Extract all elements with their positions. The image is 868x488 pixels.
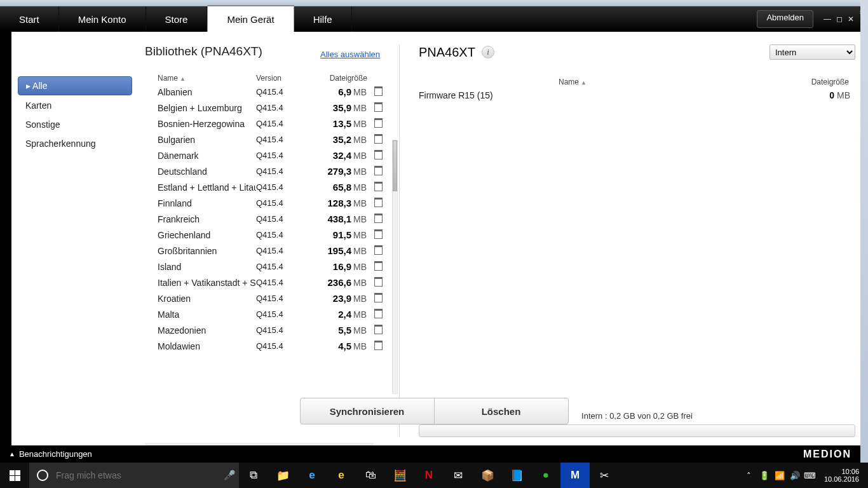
library-header-version[interactable]: Version xyxy=(256,74,301,83)
device-header-name[interactable]: Name▲ xyxy=(559,78,587,86)
library-row[interactable]: FrankreichQ415.4438,1MB xyxy=(145,211,399,227)
library-row[interactable]: MaltaQ415.42,4MB xyxy=(145,306,399,322)
action-button-group: Synchronisieren Löschen xyxy=(300,398,569,424)
device-header-size[interactable]: Dateigröße xyxy=(811,78,849,86)
trash-icon[interactable] xyxy=(370,309,386,320)
sidebar-item-karten[interactable]: Karten xyxy=(18,97,132,114)
library-row[interactable]: GriechenlandQ415.491,5MB xyxy=(145,227,399,243)
tray-clock[interactable]: 10:06 10.06.2016 xyxy=(818,468,865,483)
row-version: Q415.4 xyxy=(256,135,301,144)
row-size: 32,4 xyxy=(301,150,351,161)
select-all-link[interactable]: Alles auswählen xyxy=(320,50,380,59)
library-row[interactable]: FinnlandQ415.4128,3MB xyxy=(145,195,399,211)
sync-button[interactable]: Synchronisieren xyxy=(301,398,434,424)
search-input[interactable] xyxy=(56,470,220,480)
logout-button[interactable]: Abmelden xyxy=(757,10,813,28)
netflix-icon[interactable]: N xyxy=(414,463,444,488)
notification-bar[interactable]: ▲ Benachrichtigungen MEDION xyxy=(0,445,860,463)
green-app-icon[interactable]: ● xyxy=(531,463,560,488)
calculator-icon[interactable]: 🧮 xyxy=(385,463,414,488)
row-version: Q415.4 xyxy=(256,230,301,240)
trash-icon[interactable] xyxy=(370,118,386,130)
cortana-search[interactable]: 🎤 xyxy=(29,463,239,488)
ebook-icon[interactable]: 📘 xyxy=(502,463,531,488)
window-close-icon[interactable]: ✕ xyxy=(848,15,854,24)
start-button[interactable] xyxy=(0,463,29,488)
trash-icon[interactable] xyxy=(370,293,386,304)
file-explorer-icon[interactable]: 📁 xyxy=(268,463,297,488)
library-row[interactable]: AlbanienQ415.46,9MB xyxy=(145,84,399,100)
trash-icon[interactable] xyxy=(370,261,386,273)
sidebar-item-spracherkennung[interactable]: Spracherkennung xyxy=(18,135,132,152)
trash-icon[interactable] xyxy=(370,229,386,241)
nav-tab-mein-konto[interactable]: Mein Konto xyxy=(59,6,146,32)
info-icon[interactable]: i xyxy=(482,46,494,58)
trash-icon[interactable] xyxy=(370,325,386,336)
trash-icon[interactable] xyxy=(370,245,386,257)
row-size: 438,1 xyxy=(301,214,351,224)
row-size: 5,5 xyxy=(301,325,351,336)
library-row[interactable]: DeutschlandQ415.4279,3MB xyxy=(145,163,399,179)
task-view-icon[interactable]: ⧉ xyxy=(239,463,268,488)
trash-icon[interactable] xyxy=(370,102,386,114)
library-vertical-scrollbar[interactable] xyxy=(392,140,398,394)
tray-volume-icon[interactable]: 🔊 xyxy=(787,471,803,480)
library-row[interactable]: Belgien + LuxemburgQ415.435,9MB xyxy=(145,100,399,116)
row-size: 279,3 xyxy=(301,166,351,177)
nav-tab-mein-gerät[interactable]: Mein Gerät xyxy=(207,5,294,32)
library-row[interactable]: DänemarkQ415.432,4MB xyxy=(145,147,399,163)
delete-button[interactable]: Löschen xyxy=(435,398,568,424)
snipping-tool-icon[interactable]: ✂ xyxy=(590,463,619,488)
row-name: Deutschland xyxy=(158,166,256,177)
row-unit: MB xyxy=(351,135,370,145)
row-name: Kroatien xyxy=(158,294,256,304)
library-row[interactable]: KroatienQ415.423,9MB xyxy=(145,290,399,306)
library-row[interactable]: Italien + Vatikanstadt + SaQ415.4236,6MB xyxy=(145,274,399,290)
scrollbar-thumb[interactable] xyxy=(393,140,397,191)
drive-select[interactable]: Intern xyxy=(770,44,855,60)
library-header-name[interactable]: Name▲ xyxy=(158,74,256,83)
row-size: 16,9 xyxy=(301,261,351,272)
tray-chevron-up-icon[interactable]: ˄ xyxy=(742,471,757,480)
window-maximize-icon[interactable]: ◻ xyxy=(836,15,843,24)
trash-icon[interactable] xyxy=(370,214,386,225)
row-size: 2,4 xyxy=(301,309,351,320)
medion-app-icon[interactable]: M xyxy=(560,463,590,488)
library-row[interactable]: MoldawienQ415.44,5MB xyxy=(145,338,399,354)
mail-icon[interactable]: ✉ xyxy=(444,463,473,488)
ie-browser-icon[interactable]: e xyxy=(327,463,356,488)
library-row[interactable]: MazedonienQ415.45,5MB xyxy=(145,322,399,338)
archive-icon[interactable]: 📦 xyxy=(473,463,502,488)
sidebar-item-sonstige[interactable]: Sonstige xyxy=(18,116,132,133)
row-name: Bulgarien xyxy=(158,135,256,145)
library-row[interactable]: Bosnien-HerzegowinaQ415.413,5MB xyxy=(145,116,399,132)
device-row[interactable]: Firmware R15 (15)0MB xyxy=(419,90,855,100)
nav-tab-start[interactable]: Start xyxy=(0,6,59,32)
trash-icon[interactable] xyxy=(370,86,386,98)
sidebar-item-alle[interactable]: ▸ Alle xyxy=(18,76,132,95)
row-version: Q415.4 xyxy=(256,198,301,208)
library-row[interactable]: GroßbritannienQ415.4195,4MB xyxy=(145,243,399,259)
tray-wifi-icon[interactable]: 📶 xyxy=(772,471,787,480)
trash-icon[interactable] xyxy=(370,150,386,161)
tray-battery-icon[interactable]: 🔋 xyxy=(757,471,772,480)
nav-tab-store[interactable]: Store xyxy=(146,6,208,32)
trash-icon[interactable] xyxy=(370,198,386,209)
trash-icon[interactable] xyxy=(370,182,386,193)
library-row[interactable]: IslandQ415.416,9MB xyxy=(145,259,399,274)
trash-icon[interactable] xyxy=(370,341,386,352)
microphone-icon[interactable]: 🎤 xyxy=(220,470,239,481)
nav-tab-hilfe[interactable]: Hilfe xyxy=(294,6,352,32)
window-minimize-icon[interactable]: — xyxy=(824,15,831,24)
library-row[interactable]: Estland + Lettland + LitauQ415.465,8MB xyxy=(145,179,399,195)
store-icon[interactable]: 🛍 xyxy=(356,463,385,488)
cortana-icon xyxy=(37,470,48,481)
trash-icon[interactable] xyxy=(370,134,386,146)
library-header-size[interactable]: Dateigröße xyxy=(301,74,367,83)
trash-icon[interactable] xyxy=(370,277,386,288)
trash-icon[interactable] xyxy=(370,166,386,177)
tray-keyboard-icon[interactable]: ⌨ xyxy=(803,471,818,480)
row-version: Q415.4 xyxy=(256,214,301,224)
edge-browser-icon[interactable]: e xyxy=(297,463,327,488)
library-row[interactable]: BulgarienQ415.435,2MB xyxy=(145,132,399,147)
